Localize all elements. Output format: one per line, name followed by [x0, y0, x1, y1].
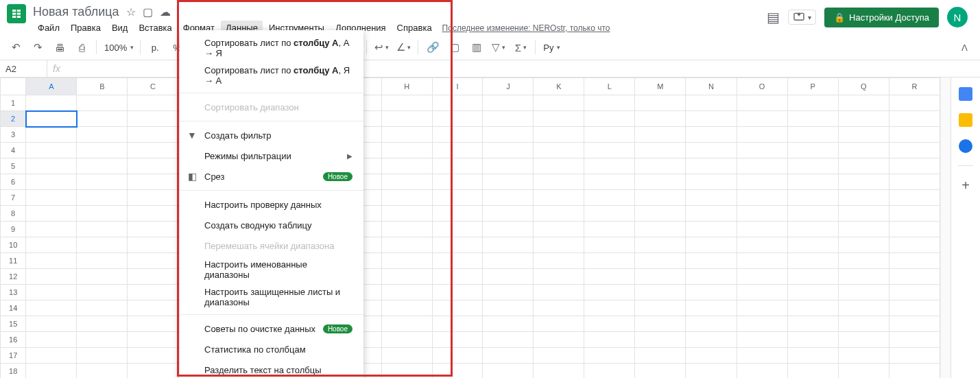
cell[interactable]: [584, 95, 635, 111]
col-header[interactable]: I: [432, 78, 483, 95]
cell[interactable]: [686, 190, 737, 206]
cell[interactable]: [381, 174, 432, 190]
cell[interactable]: [432, 253, 483, 269]
cell[interactable]: [381, 316, 432, 332]
cell[interactable]: [635, 300, 686, 316]
cell[interactable]: [889, 174, 940, 190]
cell[interactable]: [26, 174, 77, 190]
cell[interactable]: [77, 316, 128, 332]
cell[interactable]: [635, 364, 686, 379]
cell[interactable]: [483, 300, 534, 316]
cell[interactable]: [432, 364, 483, 379]
menu-option[interactable]: Настроить защищенные листы и диапазоны: [180, 283, 363, 311]
cell[interactable]: [584, 206, 635, 222]
cell[interactable]: [686, 237, 737, 253]
cell[interactable]: [838, 222, 889, 237]
zoom-select[interactable]: 100%: [101, 38, 136, 56]
redo-button[interactable]: ↷: [27, 38, 48, 56]
cell[interactable]: [635, 332, 686, 348]
row-header[interactable]: 11: [1, 253, 26, 269]
cell[interactable]: [381, 237, 432, 253]
cell[interactable]: [889, 190, 940, 206]
row-header[interactable]: 12: [1, 269, 26, 285]
sheets-logo[interactable]: [7, 4, 26, 23]
cell[interactable]: [838, 111, 889, 127]
cell[interactable]: [483, 269, 534, 285]
name-box[interactable]: A2: [0, 60, 47, 77]
cell[interactable]: [534, 174, 584, 190]
cell[interactable]: [686, 253, 737, 269]
cell[interactable]: [889, 237, 940, 253]
account-avatar[interactable]: N: [947, 7, 968, 27]
cell[interactable]: [432, 143, 483, 158]
cell[interactable]: [483, 364, 534, 379]
star-icon[interactable]: ☆: [126, 5, 136, 19]
cell[interactable]: [787, 127, 838, 143]
cell[interactable]: [128, 285, 178, 300]
cell[interactable]: [381, 364, 432, 379]
cell[interactable]: [77, 206, 128, 222]
cell[interactable]: [26, 332, 77, 348]
cell[interactable]: [635, 127, 686, 143]
cell[interactable]: [534, 364, 584, 379]
cell[interactable]: [483, 174, 534, 190]
cell[interactable]: [584, 111, 635, 127]
link-button[interactable]: 🔗: [422, 38, 443, 56]
cell[interactable]: [381, 111, 432, 127]
present-button[interactable]: ▾: [788, 10, 816, 25]
cell[interactable]: [838, 95, 889, 111]
cell[interactable]: [737, 269, 787, 285]
col-header[interactable]: L: [584, 78, 635, 95]
cell[interactable]: [838, 253, 889, 269]
cell[interactable]: [686, 269, 737, 285]
cell[interactable]: [838, 269, 889, 285]
cell[interactable]: [635, 285, 686, 300]
menu-option[interactable]: Настроить проверку данных: [180, 194, 363, 215]
cell[interactable]: [534, 222, 584, 237]
cell[interactable]: [26, 348, 77, 364]
cell[interactable]: [889, 222, 940, 237]
cell[interactable]: [889, 269, 940, 285]
cell[interactable]: [128, 348, 178, 364]
cell[interactable]: [483, 285, 534, 300]
cell[interactable]: [77, 127, 128, 143]
cell[interactable]: [483, 222, 534, 237]
cell[interactable]: [584, 300, 635, 316]
cell[interactable]: [432, 237, 483, 253]
cell[interactable]: [26, 237, 77, 253]
cell[interactable]: [838, 190, 889, 206]
cell[interactable]: [483, 316, 534, 332]
row-header[interactable]: 18: [1, 364, 26, 379]
row-header[interactable]: 13: [1, 285, 26, 300]
collapse-toolbar-button[interactable]: ᐱ: [955, 43, 975, 53]
menu-справка[interactable]: Справка: [392, 21, 437, 35]
cell[interactable]: [635, 95, 686, 111]
cell[interactable]: [686, 174, 737, 190]
cell[interactable]: [635, 158, 686, 174]
calendar-icon[interactable]: [959, 87, 972, 101]
cell[interactable]: [128, 206, 178, 222]
currency-button[interactable]: р.: [145, 38, 165, 56]
menu-файл[interactable]: Файл: [33, 21, 64, 35]
cell[interactable]: [635, 143, 686, 158]
cell[interactable]: [838, 285, 889, 300]
col-header[interactable]: P: [787, 78, 838, 95]
cell[interactable]: [26, 95, 77, 111]
row-header[interactable]: 4: [1, 143, 26, 158]
input-tools-button[interactable]: Ру: [540, 38, 562, 56]
cell[interactable]: [128, 300, 178, 316]
cell[interactable]: [889, 127, 940, 143]
cell[interactable]: [534, 95, 584, 111]
cell[interactable]: [77, 300, 128, 316]
comment-button[interactable]: ▢: [444, 38, 465, 56]
cell[interactable]: [483, 332, 534, 348]
cell[interactable]: [737, 237, 787, 253]
cell[interactable]: [889, 143, 940, 158]
cell[interactable]: [77, 222, 128, 237]
cell[interactable]: [635, 316, 686, 332]
cell[interactable]: [838, 348, 889, 364]
cell[interactable]: [534, 158, 584, 174]
row-header[interactable]: 17: [1, 348, 26, 364]
cell[interactable]: [787, 237, 838, 253]
cell[interactable]: [534, 285, 584, 300]
